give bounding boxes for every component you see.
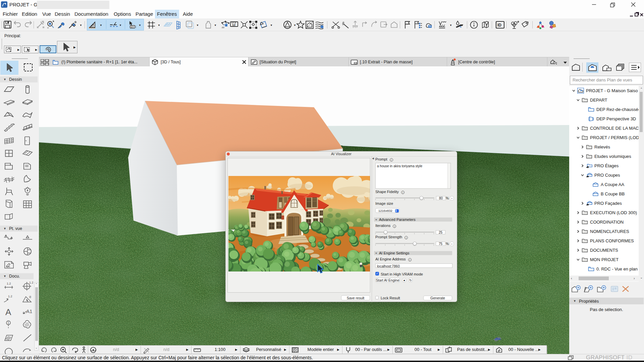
svg-text:12: 12	[232, 23, 235, 26]
svg-text:XY: XY	[131, 26, 134, 28]
svg-text:ID: ID	[497, 23, 501, 27]
svg-text:1.2: 1.2	[8, 295, 12, 298]
svg-text:1.2: 1.2	[7, 282, 11, 285]
svg-text:zz: zz	[222, 26, 224, 29]
svg-text:A: A	[5, 307, 11, 317]
svg-text:A1: A1	[26, 308, 32, 314]
svg-text:1: 1	[7, 321, 9, 325]
svg-text:1.2: 1.2	[29, 281, 33, 284]
svg-text:α: α	[29, 295, 31, 299]
